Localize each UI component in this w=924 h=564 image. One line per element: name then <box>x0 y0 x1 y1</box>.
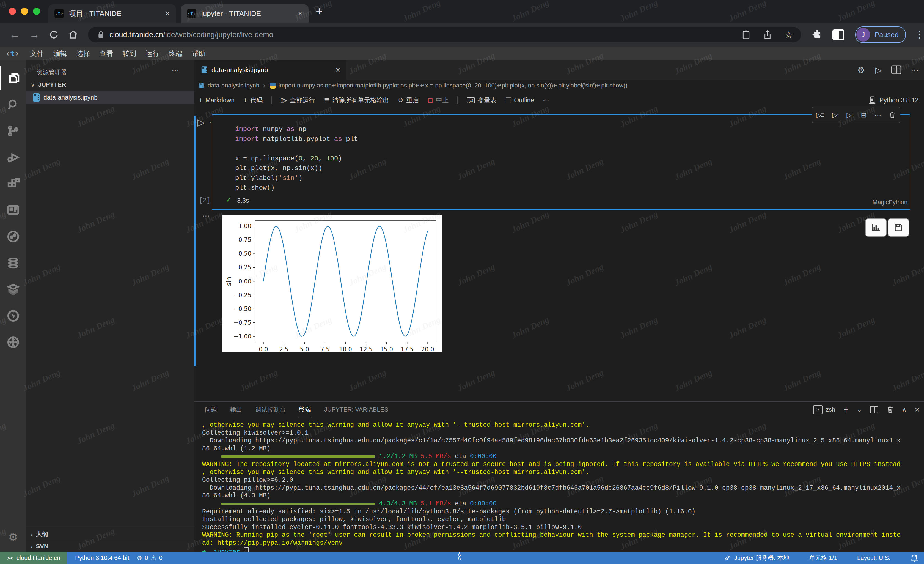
maximize-panel-icon[interactable]: ∧ <box>902 406 906 413</box>
reload-icon[interactable] <box>49 30 59 40</box>
run-cell-icon[interactable]: ▷ <box>198 117 205 128</box>
menu-file[interactable]: 文件 <box>26 49 49 58</box>
language-mode[interactable]: MagicPython <box>864 199 908 206</box>
menu-selection[interactable]: 选择 <box>72 49 95 58</box>
run-cell-dropdown-icon[interactable]: ⌄ <box>208 118 213 124</box>
database-icon[interactable] <box>0 251 26 275</box>
tab-close-icon[interactable]: × <box>336 65 340 74</box>
settings-gear-icon[interactable]: ⚙ <box>0 525 26 549</box>
tab-terminal[interactable]: 终端 <box>299 402 311 417</box>
browser-tab-jupyter[interactable]: ‹t› jupyter - TITANIDE × <box>181 5 309 23</box>
back-icon[interactable]: ← <box>9 29 20 41</box>
browser-menu-kebab-icon[interactable]: ⋮ <box>915 29 924 40</box>
remote-targets-icon[interactable] <box>0 330 26 354</box>
layers-icon[interactable] <box>0 277 26 302</box>
variables-button[interactable]: (x)变量表 <box>466 96 496 105</box>
add-code-button[interactable]: +代码 <box>243 96 262 105</box>
save-output-button[interactable] <box>888 218 909 237</box>
tab-close-icon[interactable]: × <box>297 9 303 18</box>
code-line[interactable]: import numpy as np <box>235 124 358 134</box>
menu-run[interactable]: 运行 <box>141 49 164 58</box>
code-lines[interactable]: import numpy as npimport matplotlib.pypl… <box>235 124 358 193</box>
python-interpreter[interactable]: Python 3.10.4 64-bit <box>75 554 129 561</box>
section-svn[interactable]: › SVN <box>26 540 194 552</box>
share-icon[interactable] <box>763 30 772 40</box>
code-line[interactable]: plt.plot(x, np.sin(x)) <box>235 164 358 173</box>
profile-badge[interactable]: J Paused <box>855 26 906 43</box>
run-all-button[interactable]: ▷▷全部运行 <box>281 96 315 105</box>
clear-outputs-button[interactable]: ≣清除所有单元格输出 <box>324 96 389 105</box>
code-line[interactable]: import matplotlib.pyplot as plt <box>235 134 358 144</box>
menu-goto[interactable]: 转到 <box>118 49 141 58</box>
shell-selector[interactable]: > zsh <box>813 405 835 414</box>
delete-cell-icon[interactable] <box>889 111 896 119</box>
notebook-settings-gear-icon[interactable]: ⚙ <box>858 65 865 75</box>
run-notebook-icon[interactable]: ▷ <box>875 65 882 75</box>
terminal-output[interactable]: , otherwise you may silence this warning… <box>202 421 917 555</box>
window-close-button[interactable] <box>9 8 16 15</box>
section-jupyter[interactable]: ∨ JUPYTER <box>26 79 194 91</box>
search-icon[interactable] <box>0 92 26 117</box>
preview-browser-icon[interactable] <box>0 198 26 222</box>
run-above-icon[interactable]: ▷↑ <box>832 111 839 119</box>
restart-kernel-button[interactable]: ↺重启 <box>398 96 419 105</box>
window-maximize-button[interactable] <box>33 8 40 15</box>
run-below-icon[interactable]: ▷↓ <box>846 111 853 119</box>
extensions-puzzle-icon[interactable] <box>812 29 822 40</box>
code-line[interactable]: plt.ylabel('sin') <box>235 173 358 183</box>
tab-close-icon[interactable]: × <box>165 9 170 18</box>
menu-terminal[interactable]: 终端 <box>164 49 187 58</box>
browser-tab-project[interactable]: ‹t› 项目 - TITANIDE × <box>48 5 176 23</box>
extensions-icon[interactable] <box>0 171 26 196</box>
section-outline[interactable]: › 大纲 <box>26 528 194 540</box>
keyboard-layout[interactable]: Layout: U.S. <box>857 554 891 561</box>
remote-indicator[interactable]: >< cloud.titanide.cn <box>0 552 68 564</box>
problems-summary[interactable]: ⊗0 ⚠0 <box>137 554 162 561</box>
kill-terminal-icon[interactable] <box>886 406 894 414</box>
power-tools-icon[interactable] <box>0 304 26 328</box>
notifications-bell-icon[interactable] <box>910 554 918 562</box>
code-line[interactable] <box>235 144 358 154</box>
kernel-picker[interactable]: Python 3.8.12 <box>868 91 918 109</box>
new-tab-button[interactable]: + <box>316 5 323 18</box>
split-cell-icon[interactable]: ⊟ <box>861 111 867 119</box>
source-control-icon[interactable] <box>0 119 26 143</box>
cell-more-icon[interactable]: ⋯ <box>874 111 881 119</box>
explorer-icon[interactable] <box>0 66 27 90</box>
terminal-dropdown-icon[interactable]: ⌄ <box>857 406 862 413</box>
cell-position[interactable]: 单元格 1/1 <box>809 554 837 562</box>
editor-more-icon[interactable]: ⋯ <box>911 65 919 75</box>
add-markdown-button[interactable]: +Markdown <box>199 96 235 104</box>
split-terminal-icon[interactable] <box>870 406 878 413</box>
outline-button[interactable]: ☰Outline <box>506 96 534 104</box>
tab-debug-console[interactable]: 调试控制台 <box>255 402 286 417</box>
split-editor-icon[interactable] <box>891 65 901 74</box>
change-presentation-button[interactable] <box>865 218 886 237</box>
lock-icon[interactable] <box>98 30 105 39</box>
panel-expand-chevrons-icon[interactable]: ∧∧ <box>457 552 462 559</box>
menu-view[interactable]: 查看 <box>95 49 118 58</box>
live-share-icon[interactable] <box>0 224 26 249</box>
tab-output[interactable]: 输出 <box>230 402 242 417</box>
window-minimize-button[interactable] <box>21 8 28 15</box>
code-line[interactable]: x = np.linspace(0, 20, 100) <box>235 154 358 164</box>
close-panel-icon[interactable]: × <box>915 405 920 414</box>
tab-problems[interactable]: 问题 <box>205 402 217 417</box>
jupyter-server-status[interactable]: Jupyter 服务器: 本地 <box>724 554 789 562</box>
breadcrumb-file[interactable]: data-analysis.ipynb <box>208 82 260 89</box>
tab-jupyter-variables[interactable]: JUPYTER: VARIABLES <box>324 402 388 417</box>
interrupt-button[interactable]: ◻中止 <box>428 96 448 105</box>
run-by-line-icon[interactable]: ▷☰ <box>816 111 825 119</box>
menu-help[interactable]: 帮助 <box>187 49 210 58</box>
home-icon[interactable] <box>68 30 78 40</box>
url-bar[interactable]: cloud.titanide.cn/ide/web/coding/jupyter… <box>88 27 801 42</box>
explorer-more-icon[interactable]: ⋯ <box>172 66 179 75</box>
side-panel-icon[interactable] <box>832 29 844 40</box>
bookmark-star-icon[interactable]: ☆ <box>784 29 793 40</box>
new-terminal-icon[interactable]: + <box>843 405 849 415</box>
output-options-icon[interactable]: ⋯ <box>202 211 210 220</box>
breadcrumb-cell-code[interactable]: import numpy as np↵import matplotlib.pyp… <box>279 82 627 89</box>
toolbar-more-icon[interactable]: ⋯ <box>543 96 549 104</box>
file-item-notebook[interactable]: data-analysis.ipynb <box>26 91 194 104</box>
menu-edit[interactable]: 编辑 <box>49 49 72 58</box>
